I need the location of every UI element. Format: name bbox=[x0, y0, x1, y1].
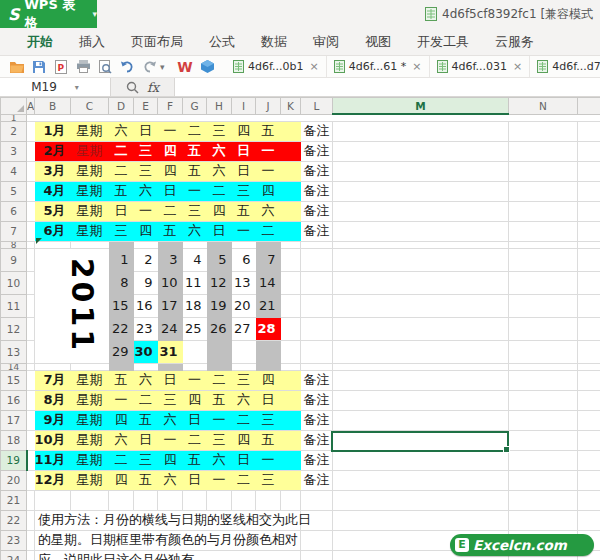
cell[interactable] bbox=[578, 363, 600, 370]
day-cell[interactable]: 三 bbox=[207, 430, 232, 450]
day-number-cell[interactable]: 18 bbox=[183, 294, 207, 317]
cell[interactable] bbox=[333, 161, 509, 181]
row-header[interactable]: 14 bbox=[1, 363, 27, 370]
day-cell[interactable]: 五 bbox=[207, 390, 232, 410]
day-cell[interactable]: 日 bbox=[134, 430, 158, 450]
day-cell[interactable]: 三 bbox=[232, 370, 256, 390]
redo-button[interactable] bbox=[138, 58, 160, 76]
doc-tab-3[interactable]: 4d6f...031 × bbox=[430, 56, 531, 77]
day-cell[interactable]: 日 bbox=[183, 410, 207, 430]
day-cell[interactable]: 三 bbox=[134, 141, 158, 161]
day-cell[interactable]: 四 bbox=[207, 201, 232, 221]
cell[interactable] bbox=[509, 271, 578, 294]
cell[interactable] bbox=[509, 410, 578, 430]
cell[interactable] bbox=[509, 121, 578, 141]
cell[interactable] bbox=[256, 241, 281, 248]
day-number-cell[interactable]: 1 bbox=[109, 248, 134, 271]
cell[interactable] bbox=[509, 221, 578, 241]
day-number-cell[interactable]: 29 bbox=[109, 340, 134, 363]
row-header[interactable]: 8 bbox=[1, 241, 27, 248]
cell[interactable] bbox=[333, 221, 509, 241]
row-header[interactable]: 20 bbox=[1, 470, 27, 490]
day-cell[interactable]: 四 bbox=[158, 141, 183, 161]
cell[interactable] bbox=[183, 340, 207, 363]
day-cell[interactable]: 日 bbox=[232, 161, 256, 181]
cell[interactable] bbox=[333, 490, 509, 510]
row-header[interactable]: 17 bbox=[1, 410, 27, 430]
day-number-cell[interactable]: 11 bbox=[183, 271, 207, 294]
magnifier-icon[interactable] bbox=[126, 81, 139, 94]
cell[interactable] bbox=[509, 317, 578, 340]
day-cell[interactable]: 三 bbox=[232, 181, 256, 201]
cell[interactable] bbox=[27, 161, 35, 181]
instruction-text[interactable]: 的星期。日期框里带有颜色的与月份颜色相对 bbox=[35, 530, 301, 550]
cell[interactable] bbox=[281, 390, 301, 410]
week-cell[interactable]: 星期 bbox=[71, 470, 109, 490]
save-button[interactable] bbox=[28, 58, 50, 76]
select-all-corner[interactable] bbox=[1, 98, 27, 115]
day-cell[interactable]: 六 bbox=[256, 201, 281, 221]
day-cell[interactable]: 一 bbox=[109, 390, 134, 410]
day-cell[interactable]: 六 bbox=[207, 161, 232, 181]
cell[interactable] bbox=[71, 241, 109, 248]
cell[interactable] bbox=[281, 181, 301, 201]
day-number-cell[interactable]: 16 bbox=[134, 294, 158, 317]
col-header-C[interactable]: C bbox=[71, 98, 109, 115]
day-number-cell[interactable]: 23 bbox=[134, 317, 158, 340]
col-header-partial[interactable] bbox=[578, 98, 600, 115]
cell[interactable] bbox=[281, 241, 301, 248]
day-cell[interactable]: 日 bbox=[232, 141, 256, 161]
day-cell[interactable]: 一 bbox=[232, 221, 256, 241]
cell[interactable] bbox=[27, 221, 35, 241]
day-number-cell[interactable]: 9 bbox=[134, 271, 158, 294]
row-header[interactable]: 23 bbox=[1, 530, 27, 550]
day-cell[interactable]: 一 bbox=[207, 410, 232, 430]
day-number-cell[interactable]: 24 bbox=[158, 317, 183, 340]
cell[interactable] bbox=[281, 317, 301, 340]
col-header-N[interactable]: N bbox=[509, 98, 578, 115]
day-cell[interactable]: 五 bbox=[256, 121, 281, 141]
day-cell[interactable]: 一 bbox=[134, 201, 158, 221]
cell[interactable] bbox=[71, 490, 109, 510]
cell[interactable] bbox=[301, 248, 333, 271]
col-header-F[interactable]: F bbox=[158, 98, 183, 115]
day-cell[interactable]: 六 bbox=[134, 370, 158, 390]
day-cell[interactable]: 一 bbox=[256, 161, 281, 181]
day-cell[interactable]: 一 bbox=[207, 470, 232, 490]
cell[interactable] bbox=[333, 340, 509, 363]
note-cell[interactable]: 备注 bbox=[301, 141, 333, 161]
day-cell[interactable]: 五 bbox=[109, 181, 134, 201]
cell[interactable] bbox=[301, 340, 333, 363]
day-cell[interactable]: 六 bbox=[183, 221, 207, 241]
row-header[interactable]: 21 bbox=[1, 490, 27, 510]
cell[interactable] bbox=[333, 510, 509, 530]
cell[interactable] bbox=[578, 121, 600, 141]
day-cell[interactable]: 日 bbox=[134, 121, 158, 141]
day-cell[interactable]: 一 bbox=[256, 141, 281, 161]
note-cell[interactable]: 备注 bbox=[301, 201, 333, 221]
day-cell[interactable]: 三 bbox=[256, 410, 281, 430]
cell[interactable] bbox=[301, 363, 333, 370]
day-cell[interactable]: 二 bbox=[109, 141, 134, 161]
cell[interactable] bbox=[281, 161, 301, 181]
cell[interactable] bbox=[27, 410, 35, 430]
cell[interactable] bbox=[578, 248, 600, 271]
cell[interactable] bbox=[27, 317, 35, 340]
cell[interactable] bbox=[578, 181, 600, 201]
col-header-H[interactable]: H bbox=[207, 98, 232, 115]
cell[interactable] bbox=[509, 248, 578, 271]
cell[interactable] bbox=[134, 490, 158, 510]
month-cell[interactable]: 11月 bbox=[35, 450, 71, 470]
chevron-down-icon[interactable]: ▾ bbox=[75, 83, 79, 92]
cell[interactable] bbox=[578, 340, 600, 363]
cube-icon[interactable] bbox=[196, 58, 218, 76]
cell[interactable] bbox=[509, 141, 578, 161]
close-icon[interactable]: × bbox=[412, 60, 421, 73]
cell[interactable] bbox=[27, 248, 35, 271]
day-cell[interactable]: 五 bbox=[232, 201, 256, 221]
week-cell[interactable]: 星期 bbox=[71, 221, 109, 241]
week-cell[interactable]: 星期 bbox=[71, 141, 109, 161]
row-header[interactable]: 12 bbox=[1, 317, 27, 340]
cell-M19-selected[interactable] bbox=[333, 450, 509, 470]
day-number-cell[interactable]: 26 bbox=[207, 317, 232, 340]
